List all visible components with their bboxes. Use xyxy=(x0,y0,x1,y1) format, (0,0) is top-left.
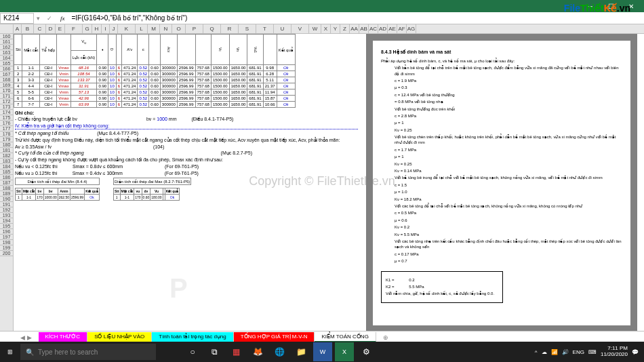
row-header[interactable]: 181 xyxy=(0,148,13,153)
sheet-tab[interactable]: TỔNG HỢP GIÁ TRỊ M-V-N xyxy=(234,332,315,342)
col-header[interactable]: Z xyxy=(340,24,350,33)
col-header[interactable]: G xyxy=(83,24,92,33)
row-header[interactable]: 170 xyxy=(0,88,13,94)
select-all-corner[interactable] xyxy=(0,24,14,33)
row-header[interactable]: 160 xyxy=(0,34,13,39)
col-header[interactable]: U xyxy=(274,24,291,33)
row-header[interactable]: 168 xyxy=(0,77,13,83)
row-header[interactable]: 188 xyxy=(0,186,13,191)
col-header[interactable]: A xyxy=(14,24,22,33)
start-button[interactable]: ⊞ xyxy=(0,342,20,362)
col-header[interactable]: M xyxy=(148,24,160,33)
app-icon[interactable]: ▦ xyxy=(226,342,245,361)
row-header[interactable]: 182 xyxy=(0,153,13,159)
row-header[interactable]: 163 xyxy=(0,50,13,56)
sheet-tab[interactable]: KIỂM TOÁN CỐNG xyxy=(315,332,376,342)
col-header[interactable]: W xyxy=(309,24,321,33)
col-header[interactable]: R xyxy=(221,24,239,33)
notifications-icon[interactable]: 💬 xyxy=(632,349,639,355)
col-header[interactable]: K xyxy=(118,24,136,33)
col-header[interactable]: X xyxy=(321,24,331,33)
keyboard-icon[interactable]: ⌨ xyxy=(588,349,597,355)
row-header[interactable]: 177 xyxy=(0,126,13,132)
row-header[interactable]: 197 xyxy=(0,235,13,240)
row-header[interactable]: 164 xyxy=(0,56,13,61)
row-header[interactable]: 200 xyxy=(0,251,13,256)
col-header[interactable]: Q xyxy=(203,24,221,33)
volume-icon[interactable]: 🔊 xyxy=(562,349,569,355)
row-header[interactable]: 192 xyxy=(0,207,13,213)
sheet-tab[interactable]: SỐ LIỆU NHẬP VÀO xyxy=(87,332,152,342)
col-header[interactable]: B xyxy=(22,24,34,33)
col-header[interactable]: V xyxy=(291,24,309,33)
row-header[interactable]: 198 xyxy=(0,240,13,245)
row-header[interactable]: 199 xyxy=(0,245,13,251)
row-header[interactable]: 187 xyxy=(0,180,13,186)
col-header[interactable]: H xyxy=(92,24,102,33)
app2-icon[interactable]: ⚙ xyxy=(357,342,376,361)
row-header[interactable]: 176 xyxy=(0,121,13,126)
col-header[interactable]: N xyxy=(160,24,172,33)
col-header[interactable]: AB xyxy=(359,24,369,33)
row-header[interactable]: 179 xyxy=(0,137,13,142)
formula-input[interactable]: =IF(G164>0,"Đã bố trí","Không bố trí") xyxy=(69,14,645,22)
col-header[interactable]: AG xyxy=(407,24,416,33)
row-header[interactable]: 166 xyxy=(0,66,13,72)
row-header[interactable]: 162 xyxy=(0,45,13,50)
name-box[interactable]: K214 xyxy=(0,13,34,24)
row-header[interactable]: 184 xyxy=(0,164,13,169)
row-header[interactable]: 183 xyxy=(0,159,13,164)
col-header[interactable]: F xyxy=(65,24,83,33)
name-box-dropdown-icon[interactable]: ▾ xyxy=(34,15,43,22)
col-header[interactable]: I xyxy=(102,24,110,33)
row-header[interactable]: 165 xyxy=(0,61,13,66)
add-sheet-icon[interactable]: ⊕ xyxy=(383,334,388,341)
col-header[interactable]: AF xyxy=(397,24,407,33)
col-header[interactable]: AE xyxy=(388,24,397,33)
task-view-icon[interactable]: ⧉ xyxy=(205,342,224,361)
cloud-icon[interactable]: ☁ xyxy=(542,349,547,355)
row-header[interactable]: 190 xyxy=(0,197,13,202)
tab-nav-icon[interactable]: ◀ ▶ xyxy=(20,334,32,341)
row-header[interactable]: 194 xyxy=(0,218,13,224)
row-header[interactable]: 185 xyxy=(0,169,13,175)
tray-up-icon[interactable]: ^ xyxy=(535,349,538,355)
col-header[interactable]: P xyxy=(186,24,203,33)
row-header[interactable]: 180 xyxy=(0,142,13,148)
col-header[interactable]: Y xyxy=(331,24,340,33)
taskbar-search[interactable]: 🔍 Type here to search xyxy=(20,344,156,360)
explorer-icon[interactable]: 📁 xyxy=(291,342,310,361)
row-header[interactable]: 186 xyxy=(0,175,13,180)
col-header[interactable]: AD xyxy=(378,24,388,33)
language-indicator[interactable]: ENG xyxy=(573,349,584,355)
chrome-icon[interactable]: 🌐 xyxy=(270,342,289,361)
row-header[interactable]: 196 xyxy=(0,229,13,235)
col-header[interactable]: D xyxy=(46,24,56,33)
sheet-tab[interactable]: KÍCH THƯỚC xyxy=(39,332,88,342)
col-header[interactable]: O xyxy=(172,24,186,33)
row-header[interactable]: 191 xyxy=(0,202,13,207)
row-header[interactable]: 171 xyxy=(0,94,13,99)
col-header[interactable]: L xyxy=(136,24,148,33)
col-header[interactable]: T xyxy=(256,24,274,33)
col-header[interactable]: AC xyxy=(369,24,378,33)
col-header[interactable]: E xyxy=(56,24,65,33)
fx-icon[interactable]: fx xyxy=(56,15,69,22)
sheet-tab[interactable]: Tính toán tải trọng tác dụng xyxy=(152,332,234,342)
firefox-icon[interactable]: 🦊 xyxy=(248,342,267,361)
row-header[interactable]: 169 xyxy=(0,83,13,88)
row-header[interactable]: 172 xyxy=(0,99,13,104)
col-header[interactable]: S xyxy=(239,24,256,33)
wifi-icon[interactable]: 📶 xyxy=(551,349,558,355)
cortana-icon[interactable]: ○ xyxy=(183,342,202,361)
row-header[interactable]: 178 xyxy=(0,132,13,137)
col-header[interactable]: J xyxy=(110,24,118,33)
excel-icon[interactable]: X xyxy=(335,342,354,361)
sheet-content[interactable]: S P SttMặt cắtTổ hợp Vu♦D A'vc Acv VcVnV… xyxy=(14,34,644,331)
row-header[interactable]: 173 xyxy=(0,104,13,110)
row-header[interactable]: 161 xyxy=(0,39,13,45)
row-header[interactable]: 174 xyxy=(0,110,13,115)
row-header[interactable]: 193 xyxy=(0,213,13,218)
col-header[interactable]: AA xyxy=(350,24,359,33)
row-header[interactable]: 175 xyxy=(0,115,13,121)
